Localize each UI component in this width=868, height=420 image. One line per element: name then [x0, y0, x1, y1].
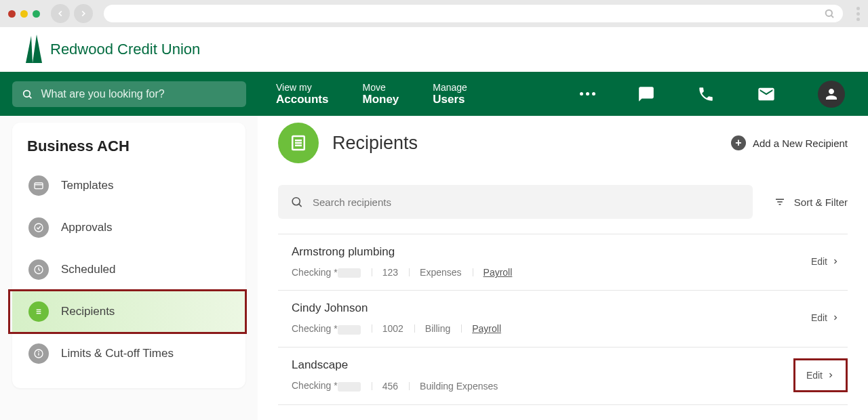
category-1: Billing [414, 323, 461, 334]
close-window-icon[interactable] [8, 10, 16, 18]
edit-button[interactable]: Edit [803, 306, 848, 330]
maximize-window-icon[interactable] [33, 10, 40, 18]
routing-number: 123 [372, 267, 409, 278]
recipients-list: Armstrong plumbing Checking * 123 Expens… [278, 234, 848, 405]
svg-point-15 [39, 352, 39, 352]
recipient-row: Landscape Checking * 456 Building Expens… [278, 347, 848, 405]
sidebar-item-approvals[interactable]: Approvals [12, 207, 245, 249]
edit-label: Edit [806, 370, 823, 381]
nav-item-label: Accounts [276, 93, 328, 106]
global-search[interactable] [12, 81, 246, 107]
svg-marker-2 [26, 36, 33, 63]
masked-account-icon [338, 268, 361, 278]
nav-item-accounts[interactable]: View my Accounts [276, 82, 328, 106]
sidebar-item-recipients[interactable]: Recipients [12, 291, 245, 333]
avatar-icon[interactable] [818, 81, 845, 108]
search-icon [290, 195, 303, 209]
svg-point-20 [292, 198, 300, 205]
page-title: Recipients [332, 133, 418, 154]
chevron-right-icon [831, 257, 840, 266]
sidebar-item-label: Templates [61, 179, 113, 192]
nav-item-topline: Manage [433, 82, 467, 93]
edit-button[interactable]: Edit [793, 358, 848, 392]
url-bar[interactable] [104, 5, 843, 22]
category-1: Building Expenses [409, 381, 509, 392]
browser-nav-buttons [51, 4, 93, 23]
routing-number: 456 [372, 381, 409, 392]
browser-menu-icon[interactable] [856, 7, 860, 21]
svg-point-0 [826, 10, 832, 16]
svg-point-4 [24, 90, 31, 97]
toolbar: Sort & Filter [278, 185, 848, 219]
recipient-info: Cindy Johnson Checking * 1002 Billing Pa… [292, 301, 803, 334]
filter-icon [774, 196, 786, 208]
browser-chrome [0, 0, 868, 27]
category-2-link[interactable]: Payroll [461, 323, 512, 334]
account-type: Checking * [292, 267, 372, 278]
traffic-lights [8, 10, 40, 18]
plus-icon: + [731, 135, 746, 150]
forward-button[interactable] [74, 4, 93, 23]
sidebar-card: Business ACH Templates Approvals Schedul… [12, 123, 245, 388]
category-1: Expenses [409, 267, 472, 278]
recipient-meta: Checking * 1002 Billing Payroll [292, 323, 803, 334]
recipient-name: Cindy Johnson [292, 301, 803, 315]
nav-item-topline: View my [276, 82, 328, 93]
category-2-link[interactable]: Payroll [473, 267, 524, 278]
main: Business ACH Templates Approvals Schedul… [0, 116, 868, 420]
recipients-search[interactable] [278, 185, 753, 219]
minimize-window-icon[interactable] [20, 10, 28, 18]
sidebar-item-templates[interactable]: Templates [12, 165, 245, 207]
sidebar-item-label: Limits & Cut-off Times [61, 347, 174, 360]
check-circle-icon [28, 217, 49, 238]
recipient-row: Cindy Johnson Checking * 1002 Billing Pa… [278, 290, 848, 346]
page-header: Recipients + Add a New Recipient [278, 123, 848, 163]
sidebar-title: Business ACH [12, 138, 245, 165]
info-icon [28, 343, 49, 364]
nav-item-money[interactable]: Move Money [362, 82, 399, 106]
nav-item-label: Money [362, 93, 399, 106]
back-button[interactable] [51, 4, 70, 23]
recipients-page-icon [278, 123, 319, 163]
nav-icons [580, 81, 868, 108]
edit-label: Edit [811, 312, 827, 323]
sidebar-item-label: Approvals [61, 221, 113, 234]
account-type: Checking * [292, 380, 372, 391]
recipient-meta: Checking * 456 Building Expenses [292, 380, 793, 391]
svg-point-8 [35, 224, 43, 232]
logo-bar: Redwood Credit Union [0, 27, 868, 72]
messages-icon[interactable] [637, 85, 655, 103]
recipient-info: Landscape Checking * 456 Building Expens… [292, 358, 793, 391]
sidebar-item-scheduled[interactable]: Scheduled [12, 249, 245, 291]
add-recipient-button[interactable]: + Add a New Recipient [731, 135, 848, 150]
list-icon [28, 301, 49, 322]
global-search-input[interactable] [41, 88, 237, 100]
recipients-search-input[interactable] [313, 196, 741, 208]
sort-filter-label: Sort & Filter [794, 196, 848, 208]
svg-marker-3 [33, 35, 42, 63]
logo-text: Redwood Credit Union [50, 41, 200, 58]
chevron-right-icon [827, 371, 835, 379]
sidebar-item-label: Recipients [61, 305, 115, 318]
recipient-info: Armstrong plumbing Checking * 123 Expens… [292, 245, 803, 278]
nav-item-users[interactable]: Manage Users [433, 82, 467, 106]
sort-filter-button[interactable]: Sort & Filter [774, 196, 848, 208]
routing-number: 1002 [372, 323, 414, 334]
edit-label: Edit [811, 256, 827, 267]
svg-line-5 [29, 96, 31, 98]
recipient-meta: Checking * 123 Expenses Payroll [292, 267, 803, 278]
recipient-name: Landscape [292, 358, 793, 372]
edit-button[interactable]: Edit [803, 249, 848, 274]
chevron-right-icon [831, 314, 840, 322]
mail-icon[interactable] [757, 85, 776, 104]
more-icon[interactable] [580, 92, 595, 96]
search-icon [824, 8, 835, 19]
phone-icon[interactable] [697, 85, 715, 103]
recipient-row: Armstrong plumbing Checking * 123 Expens… [278, 234, 848, 290]
sidebar-item-limits[interactable]: Limits & Cut-off Times [12, 333, 245, 375]
masked-account-icon [338, 325, 361, 335]
search-icon [22, 88, 33, 100]
nav-item-topline: Move [362, 82, 399, 93]
svg-line-21 [299, 204, 302, 207]
account-type: Checking * [292, 323, 372, 334]
